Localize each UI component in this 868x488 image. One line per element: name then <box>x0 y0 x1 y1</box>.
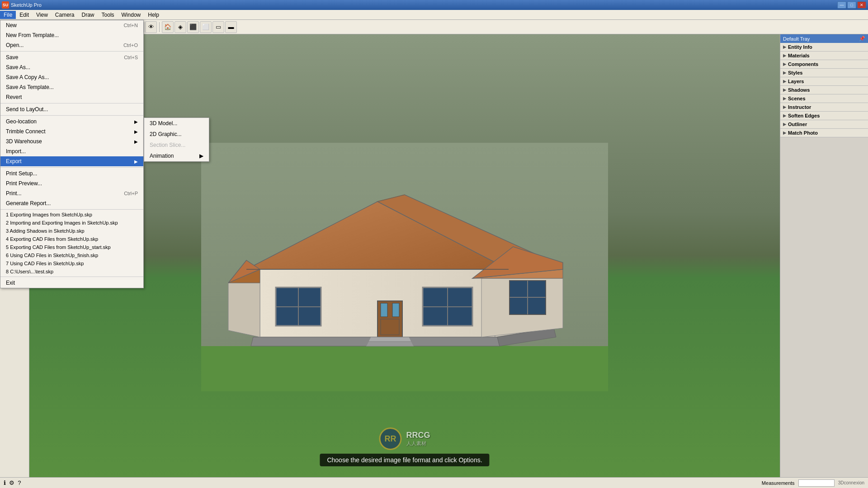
status-tooltip: Choose the desired image file format and… <box>320 454 489 466</box>
menu-item-generate-report[interactable]: Generate Report... <box>0 198 143 208</box>
panel-layers: ▶ Layers <box>780 77 868 86</box>
menu-item-new-template-label: New From Template... <box>6 32 59 38</box>
svg-rect-20 <box>381 303 387 317</box>
soften-edges-expand: ▶ <box>783 113 786 118</box>
menu-item-print-shortcut: Ctrl+P <box>124 191 138 196</box>
maximize-button[interactable]: □ <box>847 1 856 9</box>
menu-draw[interactable]: Draw <box>78 11 98 19</box>
menu-item-export[interactable]: Export ▶ <box>0 156 143 166</box>
geo-arrow-icon: ▶ <box>134 119 138 124</box>
menu-item-print-setup-label: Print Setup... <box>6 170 37 177</box>
menu-item-open[interactable]: Open... Ctrl+O <box>0 40 143 50</box>
tool-look-around[interactable]: 👁 <box>145 21 157 33</box>
tool-iso[interactable]: ◈ <box>175 21 186 33</box>
tool-back[interactable]: ▬ <box>225 21 237 33</box>
menu-item-print-setup[interactable]: Print Setup... <box>0 169 143 178</box>
tool-front[interactable]: ⬜ <box>200 21 212 33</box>
menu-item-print-preview[interactable]: Print Preview... <box>0 178 143 188</box>
menu-help[interactable]: Help <box>144 11 163 19</box>
export-3d-model[interactable]: 3D Model... <box>144 118 209 129</box>
menu-item-save[interactable]: Save Ctrl+S <box>0 52 143 62</box>
panel-styles: ▶ Styles <box>780 69 868 77</box>
scenes-expand: ▶ <box>783 96 786 101</box>
menu-item-print-preview-label: Print Preview... <box>6 180 42 187</box>
layers-header[interactable]: ▶ Layers <box>780 77 868 85</box>
recent-item-1[interactable]: 1 Exporting Images from SketchUp.skp <box>0 211 143 219</box>
menu-item-open-shortcut: Ctrl+O <box>123 42 138 48</box>
svg-marker-12 <box>228 283 260 337</box>
menu-file[interactable]: File <box>0 11 16 19</box>
tray-pin-icon[interactable]: 📌 <box>859 36 865 42</box>
export-arrow-icon: ▶ <box>134 159 138 164</box>
menu-item-export-label: Export <box>6 158 22 164</box>
menu-item-geo-location[interactable]: Geo-location ▶ <box>0 117 143 127</box>
outliner-header[interactable]: ▶ Outliner <box>780 120 868 128</box>
export-section-slice: Section Slice... <box>144 140 209 150</box>
instructor-header[interactable]: ▶ Instructor <box>780 103 868 111</box>
components-header[interactable]: ▶ Components <box>780 60 868 68</box>
menu-item-new-label: New <box>6 22 17 28</box>
svg-rect-2 <box>201 346 608 391</box>
shadows-expand: ▶ <box>783 88 786 92</box>
menu-item-import[interactable]: Import... <box>0 146 143 156</box>
tool-right[interactable]: ▭ <box>212 21 224 33</box>
menu-item-trimble[interactable]: Trimble Connect ▶ <box>0 127 143 136</box>
menu-camera[interactable]: Camera <box>52 11 78 19</box>
app-icon: SU <box>2 1 9 9</box>
menu-item-open-label: Open... <box>6 42 24 48</box>
shadows-header[interactable]: ▶ Shadows <box>780 86 868 94</box>
measurements-label: Measurements <box>762 480 795 486</box>
menu-item-save-template[interactable]: Save As Template... <box>0 82 143 92</box>
menu-item-new-template[interactable]: New From Template... <box>0 30 143 40</box>
statusbar-question-icon: ? <box>18 479 21 486</box>
menu-item-revert[interactable]: Revert <box>0 92 143 102</box>
scenes-header[interactable]: ▶ Scenes <box>780 94 868 103</box>
watermark: RR RRCG 人人素材 <box>379 427 430 450</box>
entity-info-expand: ▶ <box>783 45 786 49</box>
menu-edit[interactable]: Edit <box>16 11 33 19</box>
styles-label: Styles <box>788 70 802 75</box>
tool-top[interactable]: ⬛ <box>187 21 199 33</box>
styles-header[interactable]: ▶ Styles <box>780 69 868 77</box>
status-bar: ℹ ⚙ ? Measurements 3Dconnexion <box>0 477 868 488</box>
menu-window[interactable]: Window <box>118 11 145 19</box>
toolbar-sep-2 <box>159 22 160 32</box>
recent-item-5[interactable]: 5 Exporting CAD Files from SketchUp_star… <box>0 243 143 251</box>
menu-view[interactable]: View <box>33 11 52 19</box>
materials-header[interactable]: ▶ Materials <box>780 52 868 60</box>
export-2d-graphic[interactable]: 2D Graphic... <box>144 129 209 140</box>
recent-item-7[interactable]: 7 Using CAD Files in SketchUp.skp <box>0 259 143 267</box>
export-animation[interactable]: Animation ▶ <box>144 150 209 161</box>
outliner-expand: ▶ <box>783 122 786 127</box>
menu-sep-6 <box>0 277 143 277</box>
match-photo-header[interactable]: ▶ Match Photo <box>780 129 868 137</box>
menu-item-new[interactable]: New Ctrl+N <box>0 20 143 30</box>
app-title: SketchUp Pro <box>11 2 42 8</box>
file-menu-dropdown: New Ctrl+N New From Template... Open... … <box>0 20 144 288</box>
svg-marker-23 <box>368 337 411 342</box>
menu-tools[interactable]: Tools <box>98 11 118 19</box>
entity-info-header[interactable]: ▶ Entity Info <box>780 43 868 51</box>
tool-standard-views[interactable]: 🏠 <box>162 21 174 33</box>
recent-item-8[interactable]: 8 C:\Users\...\test.skp <box>0 267 143 276</box>
components-expand: ▶ <box>783 62 786 66</box>
recent-item-2[interactable]: 2 Importing and Exporting Images in Sket… <box>0 219 143 227</box>
recent-item-6[interactable]: 6 Using CAD Files in SketchUp_finish.skp <box>0 251 143 259</box>
menu-item-exit[interactable]: Exit <box>0 278 143 288</box>
menu-item-3d-warehouse[interactable]: 3D Warehouse ▶ <box>0 136 143 146</box>
statusbar-info-icon: ℹ <box>4 479 6 486</box>
menu-item-send-layout[interactable]: Send to LayOut... <box>0 104 143 114</box>
recent-item-4[interactable]: 4 Exporting CAD Files from SketchUp.skp <box>0 235 143 243</box>
close-button[interactable]: ✕ <box>857 1 866 9</box>
scenes-label: Scenes <box>788 96 806 101</box>
menu-sep-5 <box>0 209 143 210</box>
menu-item-save-as[interactable]: Save As... <box>0 62 143 72</box>
measurements-input[interactable] <box>798 479 835 487</box>
menu-item-save-copy[interactable]: Save A Copy As... <box>0 72 143 82</box>
minimize-button[interactable]: — <box>837 1 846 9</box>
menu-item-print[interactable]: Print... Ctrl+P <box>0 188 143 198</box>
entity-info-label: Entity Info <box>788 44 812 50</box>
statusbar-left: ℹ ⚙ ? <box>4 479 21 486</box>
recent-item-3[interactable]: 3 Adding Shadows in SketchUp.skp <box>0 227 143 235</box>
soften-edges-header[interactable]: ▶ Soften Edges <box>780 112 868 120</box>
